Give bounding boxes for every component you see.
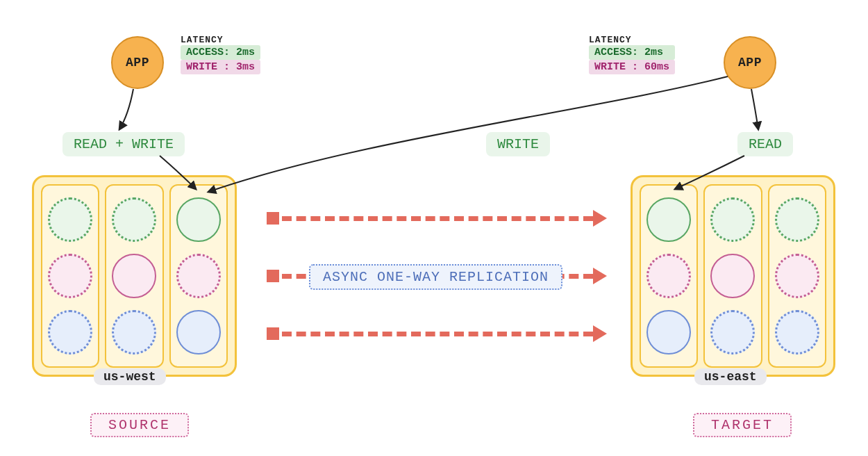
action-read-write: READ + WRITE [62, 132, 185, 156]
cluster-us-west [32, 175, 237, 377]
app-node-left: APP [111, 36, 164, 89]
replication-arrow [282, 332, 593, 336]
replication-arrow [282, 216, 593, 221]
diagram-stage: APP LATENCY ACCESS: 2ms WRITE : 3ms LATE… [0, 0, 868, 456]
latency-panel-right: LATENCY ACCESS: 2ms WRITE : 60ms [589, 35, 675, 74]
replica-node [48, 310, 92, 355]
primary-node [710, 254, 755, 298]
latency-title: LATENCY [181, 35, 260, 45]
replica-node [646, 254, 691, 298]
cluster-col [41, 184, 99, 368]
region-tag-east: us-east [694, 368, 767, 385]
app-label: APP [126, 56, 149, 70]
action-write: WRITE [486, 132, 550, 156]
latency-panel-left: LATENCY ACCESS: 2ms WRITE : 3ms [181, 35, 260, 74]
replication-arrow-head [593, 268, 607, 284]
primary-node [176, 310, 221, 355]
action-read: READ [737, 132, 793, 156]
replica-node [48, 254, 92, 298]
replica-node [775, 254, 819, 298]
replica-node [112, 197, 156, 242]
replication-arrow-head [593, 325, 607, 342]
primary-node [176, 197, 221, 242]
replica-node [775, 310, 819, 355]
primary-node [112, 254, 156, 298]
latency-title: LATENCY [589, 35, 675, 45]
app-node-right: APP [724, 36, 776, 89]
cluster-col [169, 184, 228, 368]
role-target: TARGET [693, 413, 792, 437]
replica-node [48, 197, 92, 242]
cluster-col [703, 184, 762, 368]
latency-write-right: WRITE : 60ms [589, 60, 675, 74]
app-label: APP [738, 56, 762, 70]
primary-node [646, 310, 691, 355]
cluster-col [768, 184, 826, 368]
primary-node [646, 197, 691, 242]
cluster-col [640, 184, 698, 368]
cluster-us-east [631, 175, 835, 377]
replica-node [176, 254, 221, 298]
latency-write-left: WRITE : 3ms [181, 60, 260, 74]
replication-arrow-start [267, 212, 279, 225]
latency-access-left: ACCESS: 2ms [181, 45, 260, 60]
role-source: SOURCE [90, 413, 189, 437]
replica-node [112, 310, 156, 355]
replication-arrow-start [267, 270, 279, 282]
replica-node [710, 310, 755, 355]
replication-label: ASYNC ONE-WAY REPLICATION [309, 264, 562, 290]
replication-arrow-start [267, 327, 279, 340]
region-tag-west: us-west [94, 368, 166, 385]
replication-arrow-head [593, 210, 607, 227]
latency-access-right: ACCESS: 2ms [589, 45, 675, 60]
replica-node [710, 197, 755, 242]
cluster-col [105, 184, 163, 368]
replica-node [775, 197, 819, 242]
